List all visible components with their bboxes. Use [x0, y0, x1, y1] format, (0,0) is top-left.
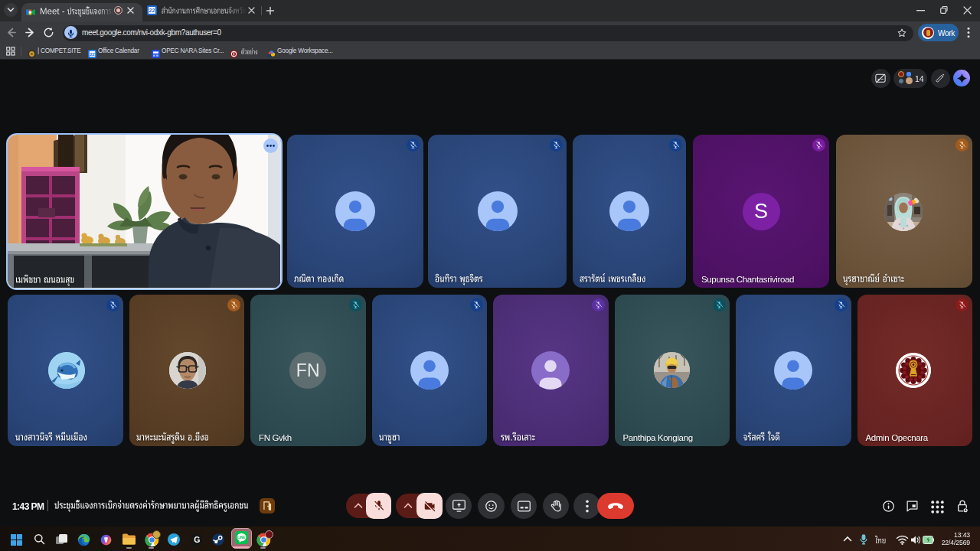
- svg-text:22: 22: [149, 8, 155, 13]
- svg-text:LINE: LINE: [237, 536, 245, 540]
- svg-text:22: 22: [90, 52, 95, 57]
